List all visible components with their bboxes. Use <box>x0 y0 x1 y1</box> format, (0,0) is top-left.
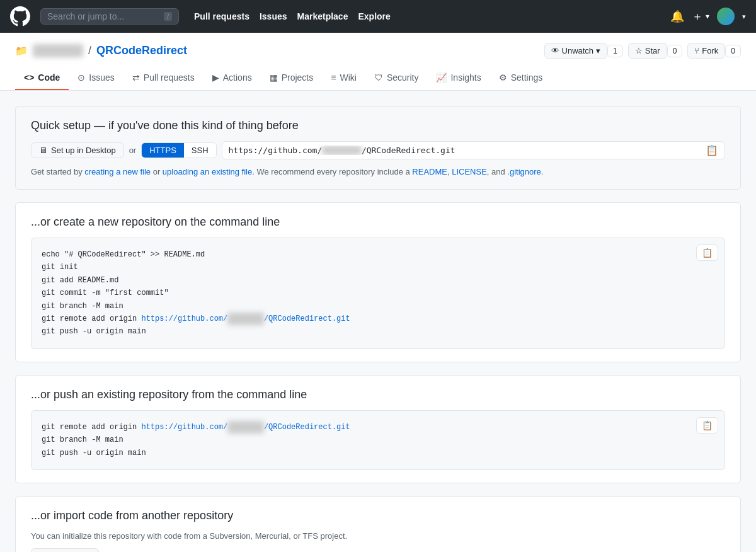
push-existing-title: ...or push an existing repository from t… <box>31 388 725 401</box>
insights-icon: 📈 <box>436 72 447 83</box>
tab-issues[interactable]: ⊙ Issues <box>69 66 123 90</box>
settings-icon: ⚙ <box>499 72 507 83</box>
code-icon: <> <box>24 72 34 83</box>
code-line-1: echo "# QRCodeRedirect" >> README.md <box>42 248 714 261</box>
new-repo-title: ...or create a new repository on the com… <box>31 216 725 229</box>
repo-actions: 👁 Unwatch ▾ 1 ☆ Star 0 ⑂ Fork 0 <box>544 43 741 59</box>
push-code-line-1: git remote add origin https://github.com… <box>42 421 714 434</box>
tab-settings-label: Settings <box>511 72 543 83</box>
setup-desktop-label: Set up in Desktop <box>51 146 116 155</box>
fork-count: 0 <box>725 45 741 57</box>
unwatch-label: Unwatch <box>562 46 594 55</box>
tab-insights[interactable]: 📈 Insights <box>427 66 490 90</box>
remote-url-link-2[interactable]: https://github.com/username/QRCodeRedire… <box>141 423 350 432</box>
avatar-dropdown[interactable]: ▾ <box>742 13 746 21</box>
code-line-2: git init <box>42 261 714 273</box>
tab-insights-label: Insights <box>450 72 481 83</box>
get-started-text: Get started by creating a new file or up… <box>31 167 725 176</box>
star-label: Star <box>645 46 660 55</box>
star-button[interactable]: ☆ Star <box>628 43 667 59</box>
setup-desktop-button[interactable]: 🖥 Set up in Desktop <box>31 142 124 158</box>
tab-security-label: Security <box>387 72 419 83</box>
import-card: ...or import code from another repositor… <box>15 496 741 552</box>
actions-icon: ▶ <box>212 72 219 83</box>
nav-marketplace[interactable]: Marketplace <box>297 11 348 21</box>
navbar-links: Pull requests Issues Marketplace Explore <box>194 11 391 21</box>
main-content: Quick setup — if you've done this kind o… <box>0 106 756 552</box>
notifications-button[interactable]: 🔔 <box>670 9 684 23</box>
setup-row: 🖥 Set up in Desktop or HTTPS SSH https:/… <box>31 141 725 159</box>
push-existing-card: ...or push an existing repository from t… <box>15 375 741 483</box>
push-code-line-3: git push -u origin main <box>42 447 714 459</box>
code-line-6: git remote add origin https://github.com… <box>42 313 714 325</box>
tab-wiki-label: Wiki <box>340 72 356 83</box>
repo-title-row: 📁 username / QRCodeRedirect 👁 Unwatch ▾ … <box>15 43 741 59</box>
nav-explore[interactable]: Explore <box>358 11 390 21</box>
repo-name[interactable]: QRCodeRedirect <box>96 44 187 57</box>
security-icon: 🛡 <box>374 72 383 83</box>
tab-actions[interactable]: ▶ Actions <box>203 66 261 90</box>
copy-push-existing-button[interactable]: 📋 <box>696 417 718 434</box>
import-code-button[interactable]: Import code <box>31 548 99 552</box>
unwatch-dropdown-icon: ▾ <box>596 46 600 55</box>
fork-icon: ⑂ <box>694 46 699 55</box>
repo-tabs: <> Code ⊙ Issues ⇄ Pull requests ▶ Actio… <box>15 66 741 90</box>
search-box[interactable]: Search or jump to... / <box>40 8 179 25</box>
tab-pull-requests[interactable]: ⇄ Pull requests <box>123 66 203 90</box>
or-text: or <box>129 146 137 155</box>
code-line-7: git push -u origin main <box>42 325 714 338</box>
import-description: You can initialize this repository with … <box>31 531 725 541</box>
tab-settings[interactable]: ⚙ Settings <box>490 66 552 90</box>
ssh-button[interactable]: SSH <box>184 143 216 158</box>
clone-url: https://github.com/username/QRCodeRedire… <box>229 146 706 155</box>
pr-icon: ⇄ <box>132 72 140 83</box>
push-code-line-2: git branch -M main <box>42 434 714 446</box>
gitignore-link[interactable]: .gitignore <box>507 167 541 176</box>
tab-security[interactable]: 🛡 Security <box>365 66 428 90</box>
quick-setup-title: Quick setup — if you've done this kind o… <box>31 119 725 132</box>
upload-file-link[interactable]: uploading an existing file <box>163 167 252 176</box>
navbar: Search or jump to... / Pull requests Iss… <box>0 0 756 33</box>
quick-setup-card: Quick setup — if you've done this kind o… <box>15 106 741 190</box>
tab-actions-label: Actions <box>223 72 252 83</box>
fork-button[interactable]: ⑂ Fork <box>687 43 725 59</box>
projects-icon: ▦ <box>270 72 278 83</box>
tab-projects-label: Projects <box>282 72 314 83</box>
eye-icon: 👁 <box>551 46 559 55</box>
star-count: 0 <box>667 45 683 57</box>
import-title: ...or import code from another repositor… <box>31 509 725 522</box>
tab-wiki[interactable]: ≡ Wiki <box>322 66 365 90</box>
readme-link[interactable]: README <box>412 167 447 176</box>
push-existing-code-block: 📋 git remote add origin https://github.c… <box>31 410 725 470</box>
https-button[interactable]: HTTPS <box>142 143 184 158</box>
repo-separator: / <box>88 44 91 57</box>
new-repo-card: ...or create a new repository on the com… <box>15 202 741 362</box>
unwatch-button[interactable]: 👁 Unwatch ▾ <box>544 43 608 59</box>
remote-url-link-1[interactable]: https://github.com/username/QRCodeRedire… <box>141 314 350 323</box>
code-line-5: git branch -M main <box>42 300 714 313</box>
protocol-selector: HTTPS SSH <box>141 142 216 158</box>
tab-projects[interactable]: ▦ Projects <box>261 66 323 90</box>
nav-pull-requests[interactable]: Pull requests <box>194 11 249 21</box>
avatar[interactable] <box>717 8 735 25</box>
copy-new-repo-button[interactable]: 📋 <box>696 244 718 261</box>
desktop-icon: 🖥 <box>39 146 47 155</box>
github-logo[interactable] <box>10 6 30 26</box>
nav-issues[interactable]: Issues <box>260 11 287 21</box>
tab-issues-label: Issues <box>89 72 114 83</box>
repo-header: 📁 username / QRCodeRedirect 👁 Unwatch ▾ … <box>0 33 756 91</box>
repo-icon: 📁 <box>15 45 28 57</box>
unwatch-count: 1 <box>607 45 623 57</box>
code-line-3: git add README.md <box>42 274 714 287</box>
create-new-file-link[interactable]: creating a new file <box>84 167 151 176</box>
code-line-4: git commit -m "first commit" <box>42 287 714 299</box>
navbar-actions: 🔔 ＋ ▾ ▾ <box>670 8 746 25</box>
fork-label: Fork <box>702 46 718 55</box>
new-button[interactable]: ＋ ▾ <box>692 9 709 24</box>
wiki-icon: ≡ <box>331 72 336 83</box>
tab-code[interactable]: <> Code <box>15 66 69 90</box>
clone-url-row: https://github.com/username/QRCodeRedire… <box>222 141 725 159</box>
copy-url-button[interactable]: 📋 <box>706 144 718 156</box>
repo-owner[interactable]: username <box>33 44 83 57</box>
license-link[interactable]: LICENSE <box>452 167 487 176</box>
